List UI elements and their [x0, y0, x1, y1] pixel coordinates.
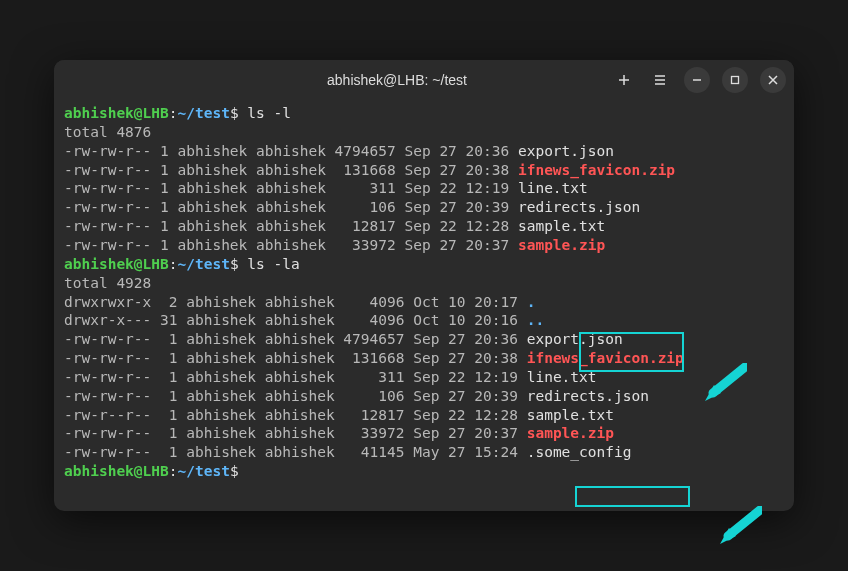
terminal-line: -rw-rw-r-- 1 abhishek abhishek 4794657 S…	[64, 330, 784, 349]
file-name: export.json	[527, 331, 623, 347]
titlebar: abhishek@LHB: ~/test	[54, 60, 794, 100]
file-name: sample.txt	[527, 407, 614, 423]
file-name: line.txt	[527, 369, 597, 385]
file-name: export.json	[518, 143, 614, 159]
terminal-window: abhishek@LHB: ~/test abhishek@LHB:~/test…	[54, 60, 794, 511]
file-name: redirects.json	[527, 388, 649, 404]
titlebar-controls	[612, 67, 786, 93]
arrow-icon	[716, 468, 768, 571]
terminal-line: -rw-rw-r-- 1 abhishek abhishek 106 Sep 2…	[64, 198, 784, 217]
new-tab-button[interactable]	[612, 68, 636, 92]
file-name: ifnews_favicon.zip	[527, 350, 684, 366]
terminal-line: -rw-rw-r-- 1 abhishek abhishek 131668 Se…	[64, 349, 784, 368]
file-name: redirects.json	[518, 199, 640, 215]
terminal-line: total 4928	[64, 274, 784, 293]
terminal-line: -rw-rw-r-- 1 abhishek abhishek 106 Sep 2…	[64, 387, 784, 406]
file-name: ..	[527, 312, 544, 328]
terminal-line: drwxrwxr-x 2 abhishek abhishek 4096 Oct …	[64, 293, 784, 312]
minimize-button[interactable]	[684, 67, 710, 93]
file-name: sample.txt	[518, 218, 605, 234]
terminal-line: drwxr-x--- 31 abhishek abhishek 4096 Oct…	[64, 311, 784, 330]
file-name: ifnews_favicon.zip	[518, 162, 675, 178]
file-name: sample.zip	[527, 425, 614, 441]
close-button[interactable]	[760, 67, 786, 93]
svg-rect-0	[732, 77, 739, 84]
terminal-line: -rw-rw-r-- 1 abhishek abhishek 41145 May…	[64, 443, 784, 462]
file-name: .some_config	[527, 444, 632, 460]
terminal-line: total 4876	[64, 123, 784, 142]
terminal-line: abhishek@LHB:~/test$ ls -la	[64, 255, 784, 274]
menu-button[interactable]	[648, 68, 672, 92]
terminal-line: -rw-rw-r-- 1 abhishek abhishek 131668 Se…	[64, 161, 784, 180]
highlight-box-hiddenfile	[575, 486, 690, 507]
terminal-line: -rw-rw-r-- 1 abhishek abhishek 4794657 S…	[64, 142, 784, 161]
file-name: sample.zip	[518, 237, 605, 253]
file-name: line.txt	[518, 180, 588, 196]
file-name: .	[527, 294, 536, 310]
terminal-line: -rw-rw-r-- 1 abhishek abhishek 33972 Sep…	[64, 424, 784, 443]
terminal-line: abhishek@LHB:~/test$ ls -l	[64, 104, 784, 123]
terminal-line: -rw-r--r-- 1 abhishek abhishek 12817 Sep…	[64, 406, 784, 425]
terminal-line: -rw-rw-r-- 1 abhishek abhishek 311 Sep 2…	[64, 368, 784, 387]
maximize-button[interactable]	[722, 67, 748, 93]
terminal-body[interactable]: abhishek@LHB:~/test$ ls -ltotal 4876-rw-…	[54, 100, 794, 511]
window-title: abhishek@LHB: ~/test	[182, 72, 612, 88]
terminal-line: -rw-rw-r-- 1 abhishek abhishek 311 Sep 2…	[64, 179, 784, 198]
terminal-line: -rw-rw-r-- 1 abhishek abhishek 33972 Sep…	[64, 236, 784, 255]
terminal-line: abhishek@LHB:~/test$	[64, 462, 784, 481]
terminal-line: -rw-rw-r-- 1 abhishek abhishek 12817 Sep…	[64, 217, 784, 236]
